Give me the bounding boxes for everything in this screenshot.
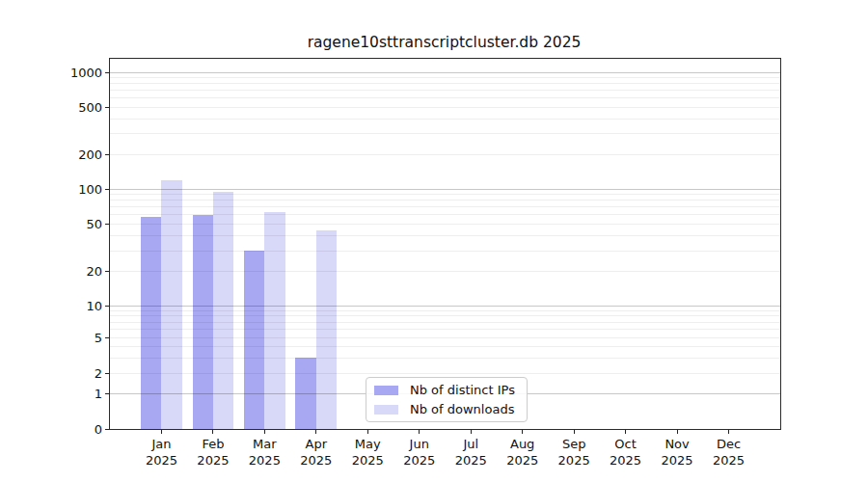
y-tick-label: 50 [38, 216, 102, 232]
x-tick-mark [315, 430, 316, 434]
y-tick-label: 1000 [38, 65, 102, 81]
month-label: Jan [136, 436, 187, 452]
year-label: 2025 [136, 452, 187, 469]
minor-gridline [110, 194, 780, 195]
legend-item-distinct-ips: Nb of distinct IPs [366, 383, 527, 397]
legend-item-downloads: Nb of downloads [366, 402, 527, 416]
bar-downloads [213, 192, 233, 429]
x-tick-mark [677, 430, 678, 434]
minor-gridline [110, 77, 780, 78]
x-tick-label: May2025 [342, 436, 393, 469]
month-label: May [342, 436, 393, 452]
month-label: Aug [497, 436, 548, 452]
minor-gridline [110, 119, 780, 120]
year-label: 2025 [290, 452, 341, 469]
bar-downloads [316, 230, 337, 429]
year-label: 2025 [703, 452, 754, 469]
y-tick-label: 2 [38, 365, 102, 382]
y-tick-mark [105, 373, 109, 374]
year-label: 2025 [446, 452, 497, 469]
y-tick-label: 200 [38, 147, 102, 163]
x-tick-label: Jan2025 [136, 436, 187, 469]
y-tick-mark [105, 224, 109, 225]
x-tick-label: Jul2025 [446, 436, 497, 469]
year-label: 2025 [548, 452, 599, 469]
bar-distinct-ips [193, 215, 213, 429]
legend-swatch-distinct-ips [374, 386, 398, 395]
x-tick-label: Feb2025 [187, 436, 238, 469]
x-tick-mark [625, 430, 626, 434]
x-tick-mark [264, 430, 265, 434]
x-tick-mark [367, 430, 368, 434]
month-label: Apr [290, 436, 341, 452]
minor-gridline [110, 97, 780, 98]
year-label: 2025 [342, 452, 393, 469]
minor-gridline [110, 206, 780, 207]
bar-distinct-ips [141, 217, 161, 429]
major-gridline [110, 72, 780, 73]
legend-label-downloads: Nb of downloads [410, 402, 514, 416]
y-tick-label: 5 [38, 330, 102, 346]
bar-downloads [264, 212, 285, 429]
y-tick-mark [105, 72, 109, 73]
y-tick-mark [105, 306, 109, 307]
month-label: Nov [651, 436, 702, 452]
plot-area: Nb of distinct IPs Nb of downloads 01251… [109, 58, 781, 430]
month-label: Mar [239, 436, 290, 452]
month-label: Feb [187, 436, 238, 452]
legend: Nb of distinct IPs Nb of downloads [366, 377, 528, 422]
x-tick-label: Mar2025 [239, 436, 290, 469]
y-tick-mark [105, 337, 109, 338]
x-tick-label: Oct2025 [600, 436, 651, 469]
minor-gridline [110, 200, 780, 201]
y-tick-label: 0 [38, 421, 102, 438]
year-label: 2025 [651, 452, 702, 469]
year-label: 2025 [600, 452, 651, 469]
y-tick-mark [105, 429, 109, 430]
legend-label-distinct-ips: Nb of distinct IPs [410, 383, 515, 397]
y-tick-label: 100 [38, 181, 102, 198]
x-tick-mark [522, 430, 523, 434]
month-label: Sep [548, 436, 599, 452]
minor-gridline [110, 83, 780, 84]
month-label: Jul [446, 436, 497, 452]
bar-downloads [161, 180, 181, 429]
major-gridline [110, 189, 780, 190]
x-tick-mark [471, 430, 472, 434]
y-tick-label: 20 [38, 263, 102, 280]
year-label: 2025 [239, 452, 290, 469]
x-tick-label: Dec2025 [703, 436, 754, 469]
x-tick-mark [728, 430, 729, 434]
y-tick-label: 1 [38, 386, 102, 402]
x-tick-mark [419, 430, 420, 434]
x-tick-label: Apr2025 [290, 436, 341, 469]
chart-title: ragene10sttranscriptcluster.db 2025 [109, 34, 779, 51]
year-label: 2025 [497, 452, 548, 469]
figure: ragene10sttranscriptcluster.db 2025 Nb o… [0, 0, 868, 482]
x-tick-label: Aug2025 [497, 436, 548, 469]
y-tick-mark [105, 393, 109, 394]
x-tick-label: Jun2025 [393, 436, 445, 469]
legend-swatch-downloads [374, 405, 398, 415]
y-tick-mark [105, 271, 109, 272]
x-tick-mark [161, 430, 162, 434]
y-tick-mark [105, 189, 109, 190]
x-tick-mark [574, 430, 575, 434]
year-label: 2025 [187, 452, 238, 469]
x-tick-mark [212, 430, 213, 434]
month-label: Jun [393, 436, 445, 452]
month-label: Oct [600, 436, 651, 452]
minor-gridline [110, 154, 780, 155]
minor-gridline [110, 133, 780, 134]
month-label: Dec [703, 436, 754, 452]
minor-gridline [110, 90, 780, 91]
y-tick-label: 10 [38, 298, 102, 314]
x-tick-label: Sep2025 [548, 436, 599, 469]
bar-distinct-ips [295, 358, 315, 429]
y-tick-mark [105, 154, 109, 155]
year-label: 2025 [393, 452, 445, 469]
minor-gridline [110, 107, 780, 108]
x-tick-label: Nov2025 [651, 436, 702, 469]
y-tick-mark [105, 107, 109, 108]
y-tick-label: 500 [38, 99, 102, 116]
